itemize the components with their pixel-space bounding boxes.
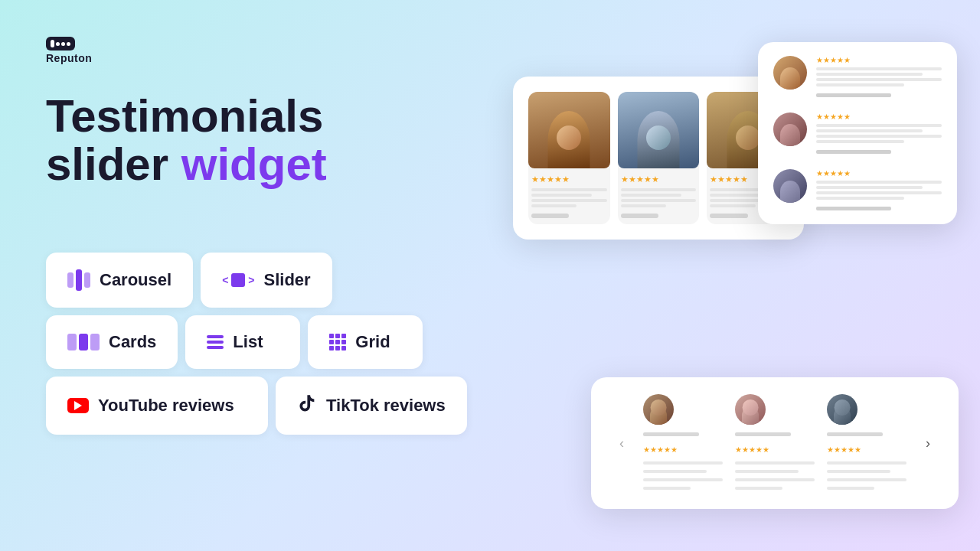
carousel-label: Carousel <box>100 270 172 290</box>
slider-icon: < > <box>222 273 254 287</box>
slider-button[interactable]: < > Slider <box>201 253 332 308</box>
slider-line <box>827 487 874 490</box>
features-row-1: Carousel < > Slider <box>46 253 467 308</box>
slider-line <box>735 470 799 473</box>
card-content-1: ★★★★★ <box>528 168 610 224</box>
slider-line <box>827 461 906 465</box>
slider-stars-3: ★★★★★ <box>827 445 906 454</box>
tiktok-icon <box>297 393 317 418</box>
list-row-1: ★★★★★ <box>773 56 942 97</box>
card-photo-2 <box>618 92 700 168</box>
headline: Testimonials slider widget <box>46 92 327 188</box>
slider-right-arrow: > <box>248 274 254 286</box>
slider-stars-1: ★★★★★ <box>643 445 723 454</box>
text-line <box>621 204 666 207</box>
slider-avatar-2 <box>735 394 766 425</box>
slider-line <box>735 461 815 465</box>
card-item-1: ★★★★★ <box>528 92 610 224</box>
list-stars-3: ★★★★★ <box>816 169 942 178</box>
grid-icon <box>329 334 346 350</box>
headline-line1: Testimonials <box>46 90 323 142</box>
slider-line <box>643 487 691 490</box>
logo-icon <box>46 37 75 51</box>
cards-button[interactable]: Cards <box>46 315 178 369</box>
text-line <box>531 204 577 207</box>
slider-avatar-1 <box>643 394 674 425</box>
slider-line <box>643 461 723 465</box>
slider-square <box>231 273 245 287</box>
cards-icon <box>67 334 100 350</box>
card-content-2: ★★★★★ <box>618 168 700 224</box>
list-lines-1 <box>816 67 942 97</box>
slider-col-2: ★★★★★ <box>735 394 815 492</box>
carousel-button[interactable]: Carousel <box>46 253 193 308</box>
slider-line <box>735 487 782 490</box>
slider-avatar-3 <box>827 394 858 425</box>
features-row-2: Cards List Grid <box>46 315 467 369</box>
slider-content: ‹ ★★★★★ ★★★★★ <box>612 394 937 492</box>
list-mockup: ★★★★★ ★★★★★ <box>758 42 957 224</box>
list-avatar-2 <box>773 112 807 146</box>
features-row-3: YouTube reviews TikTok reviews <box>46 377 467 435</box>
slider-line <box>827 470 890 473</box>
cards-label: Cards <box>109 332 156 352</box>
card-item-2: ★★★★★ <box>618 92 700 224</box>
logo-dot <box>61 42 65 46</box>
features-section: Carousel < > Slider Cards <box>46 253 467 435</box>
headline-line2-normal: slider <box>46 139 168 190</box>
list-button[interactable]: List <box>185 315 300 369</box>
logo-dot <box>51 40 54 47</box>
grid-button[interactable]: Grid <box>308 315 423 369</box>
slider-col-1: ★★★★★ <box>643 394 723 492</box>
slider-name-2 <box>735 432 791 436</box>
list-text-3: ★★★★★ <box>816 169 942 210</box>
text-line <box>710 204 755 207</box>
text-line <box>531 199 607 202</box>
carousel-icon <box>67 269 90 291</box>
slider-stars-2: ★★★★★ <box>735 445 815 454</box>
card-photo-1 <box>528 92 610 168</box>
name-line <box>710 214 747 218</box>
youtube-icon <box>67 398 89 413</box>
list-text-1: ★★★★★ <box>816 56 942 97</box>
slider-line <box>643 470 707 473</box>
slider-label: Slider <box>264 270 311 290</box>
slider-name-1 <box>643 432 699 436</box>
slider-next-arrow[interactable]: › <box>919 434 937 452</box>
youtube-label: YouTube reviews <box>98 396 234 416</box>
slider-left-arrow: < <box>222 274 228 286</box>
list-row-2: ★★★★★ <box>773 112 942 154</box>
text-line <box>621 194 681 197</box>
card-stars-2: ★★★★★ <box>621 174 697 184</box>
list-lines-2 <box>816 124 942 154</box>
list-icon <box>207 335 224 349</box>
list-lines-3 <box>816 181 942 210</box>
list-label: List <box>233 332 263 352</box>
slider-line <box>735 478 815 481</box>
slider-prev-arrow[interactable]: ‹ <box>612 434 631 452</box>
text-line <box>531 194 592 197</box>
text-line <box>531 188 607 191</box>
text-line <box>621 188 697 191</box>
list-row-3: ★★★★★ <box>773 169 942 210</box>
logo-text: Reputon <box>46 52 92 64</box>
slider-mockup: ‹ ★★★★★ ★★★★★ <box>591 377 959 509</box>
slider-line <box>827 478 906 481</box>
logo-dot <box>67 42 70 46</box>
logo-dot <box>56 42 60 46</box>
tiktok-label: TikTok reviews <box>326 396 446 416</box>
name-line <box>621 214 658 218</box>
logo: Reputon <box>46 37 92 64</box>
slider-name-3 <box>827 432 883 436</box>
list-text-2: ★★★★★ <box>816 112 942 154</box>
name-line <box>531 214 569 218</box>
grid-label: Grid <box>355 332 390 352</box>
youtube-button[interactable]: YouTube reviews <box>46 377 268 435</box>
headline-line2-purple: widget <box>181 139 327 190</box>
slider-col-3: ★★★★★ <box>827 394 906 492</box>
list-avatar-3 <box>773 169 807 203</box>
list-avatar-1 <box>773 56 807 90</box>
slider-line <box>643 478 723 481</box>
tiktok-button[interactable]: TikTok reviews <box>276 377 467 435</box>
text-line <box>621 199 697 202</box>
